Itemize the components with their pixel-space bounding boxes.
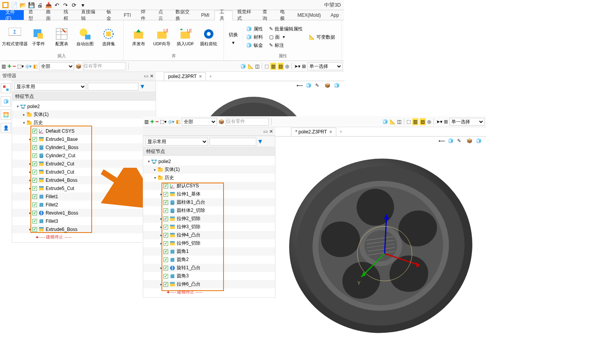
tree-entities[interactable]: ▸实体(1) (12, 110, 156, 119)
feature-item[interactable]: ✓Fillet3 (12, 217, 156, 225)
tree-root[interactable]: ▾polie2 (12, 102, 156, 110)
feature-item[interactable]: ▸✓Extrude1_Base (12, 135, 156, 143)
tb-view-icon[interactable]: ⬚ (264, 64, 269, 69)
redo-icon[interactable]: ↷ (62, 2, 69, 8)
tab-directedit[interactable]: 直接编辑 (76, 10, 102, 20)
vp-icon[interactable]: ⟵ (296, 83, 304, 91)
filter-all-select[interactable]: 全部 (39, 62, 74, 70)
tree-history[interactable]: ▾历史 (143, 174, 275, 182)
tab-pmi[interactable]: PMI (196, 10, 214, 20)
feature-item[interactable]: ✓Cylinder2_Cut (12, 151, 156, 160)
tab-mex[interactable]: MEX(Mold) (293, 10, 326, 20)
save-icon[interactable]: 💾 (28, 2, 34, 8)
open-icon[interactable]: 📂 (20, 2, 26, 8)
attr-annotation[interactable]: ✎标注 (269, 42, 284, 49)
tab-sheetmetal[interactable]: 钣金 (102, 10, 119, 20)
tab-tools[interactable]: 工具 (215, 11, 233, 20)
close-icon[interactable]: ✕ (150, 73, 154, 79)
tab-surface[interactable]: 曲面 (41, 10, 59, 20)
single-select[interactable]: 单一选择 (307, 62, 343, 70)
attr-material[interactable]: 🧊材料 (246, 34, 263, 41)
chevron-down-icon[interactable]: ▼ (282, 35, 286, 39)
tb-circle-icon[interactable]: ◎ (427, 119, 431, 124)
add-icon[interactable]: ✚ (150, 119, 154, 124)
feature-item[interactable]: ✓圆角2 (143, 256, 275, 264)
feature-item[interactable]: ▸✓Extrude2_Cut (12, 160, 156, 168)
sidetab-appearance[interactable]: 🌅 (1, 110, 11, 120)
btn-udf-wizard[interactable]: UDFUDF向导 (150, 28, 174, 47)
filter-all-select[interactable]: 全部 (182, 118, 217, 126)
tb-view-icon[interactable]: 📐 (390, 119, 396, 124)
feature-item[interactable]: ✓圆柱体1_凸台 (143, 198, 275, 206)
close-icon[interactable]: × (199, 74, 202, 79)
attr-sheetmetal[interactable]: 🧊钣金 (246, 42, 263, 49)
viewport-2[interactable]: ⟵ 🧊 ✎ 📦 🧊 (275, 137, 486, 347)
btn-gear[interactable]: 圆柱齿轮 (197, 28, 220, 47)
btn-selectionset[interactable]: 选择集 (97, 28, 120, 47)
feature-item[interactable]: ✓Cylinder1_Boss (12, 143, 156, 151)
feature-item[interactable]: ✓圆角1 (143, 247, 275, 256)
tab-query[interactable]: 查询 (258, 10, 275, 20)
tab-electrode[interactable]: 电极 (275, 10, 293, 20)
feature-item[interactable]: ✓圆柱体2_切除 (143, 206, 275, 215)
tb-view-icon[interactable]: 🧊 (382, 119, 388, 124)
tb-grid-icon[interactable]: ⊞ (302, 64, 306, 69)
file-menu[interactable]: 文件(F) (0, 10, 24, 20)
tb-view-icon[interactable]: ◫ (255, 64, 259, 69)
tb-view-icon[interactable]: 📐 (248, 64, 254, 69)
tab-pointcloud[interactable]: 点云 (154, 10, 171, 20)
select-icon[interactable]: ⬚▾ (160, 119, 167, 124)
tree-entities[interactable]: ▸实体(1) (143, 165, 275, 174)
target-icon[interactable]: ◎▾ (25, 64, 32, 69)
tb-icon[interactable]: ▥ (144, 119, 149, 124)
dropdown-icon[interactable]: ▾ (80, 2, 86, 8)
close-icon[interactable]: ✕ (269, 129, 273, 134)
parts-only-input[interactable] (226, 118, 269, 126)
tb-icon[interactable]: ▥ (2, 64, 6, 69)
tb-arrow-icon[interactable]: ➤▾ (294, 64, 300, 69)
tab-visual[interactable]: 视觉样式 (233, 10, 258, 20)
attr-property[interactable]: 🧊属性 (246, 26, 263, 32)
tb-arrow-icon[interactable]: ➤▾ (436, 119, 442, 124)
tb-highlight-icon[interactable]: ▤ (420, 118, 426, 125)
display-select[interactable]: 显示常用 (146, 138, 208, 146)
tb-circle-icon[interactable]: ◎ (285, 64, 289, 69)
remove-icon[interactable]: ━ (13, 64, 16, 69)
switch-label[interactable]: 切换 (227, 29, 240, 41)
tb-grid-icon[interactable]: ⊞ (444, 119, 448, 124)
new-tab-icon[interactable]: + (206, 74, 215, 79)
vp-icon[interactable]: 🧊 (334, 83, 342, 91)
vp-icon[interactable]: ✎ (315, 83, 323, 91)
select-icon[interactable]: ⬚▾ (17, 64, 24, 69)
tab-modeling[interactable]: 造型 (24, 10, 41, 20)
feature-item[interactable]: ▸✓旋转1_凸台 (143, 264, 275, 272)
feature-item[interactable]: ✓圆角3 (143, 272, 275, 280)
sidetab-view[interactable]: 🧊 (1, 96, 11, 107)
tb-view-icon[interactable]: ◫ (397, 119, 401, 124)
filter-icon[interactable]: ▼ (256, 138, 264, 146)
tab-fti[interactable]: FTI (119, 10, 136, 20)
remove-icon[interactable]: ━ (156, 119, 158, 124)
vp-icon[interactable]: 🧊 (306, 83, 314, 91)
tb-view-icon[interactable]: 🧊 (240, 64, 246, 69)
tree-search-input[interactable] (209, 138, 256, 146)
btn-lib-publish[interactable]: 库发布 (127, 28, 150, 47)
sidetab-user[interactable]: 👤 (1, 123, 11, 133)
tree-history[interactable]: ▾历史 (12, 119, 156, 127)
new-tab-icon[interactable]: + (336, 129, 345, 135)
btn-insert-udf[interactable]: UDF插入UDF (174, 28, 197, 47)
tab-wireframe[interactable]: 线框 (59, 10, 76, 20)
tree-search-input[interactable] (88, 83, 138, 91)
target-icon[interactable]: ◎▾ (168, 119, 174, 124)
btn-equation-manager[interactable]: Σ方程式管理器 (3, 28, 27, 47)
feature-item[interactable]: ▸✓拉伸5_切除 (143, 239, 275, 247)
feature-item[interactable]: ▸✓拉伸4_凸台 (143, 231, 275, 239)
tb-highlight-icon[interactable]: ▥ (412, 118, 418, 125)
parts-only-input[interactable] (83, 62, 126, 70)
tab-app[interactable]: App (326, 10, 344, 20)
tb-highlight-icon[interactable]: ▥ (270, 63, 276, 70)
feature-item[interactable]: ▸✓拉伸3_切除 (143, 223, 275, 231)
tb-view-icon[interactable]: ⬚ (406, 119, 411, 124)
btn-subpart[interactable]: 子零件 (27, 28, 50, 47)
feature-item[interactable]: ▸✓拉伸2_切除 (143, 215, 275, 223)
